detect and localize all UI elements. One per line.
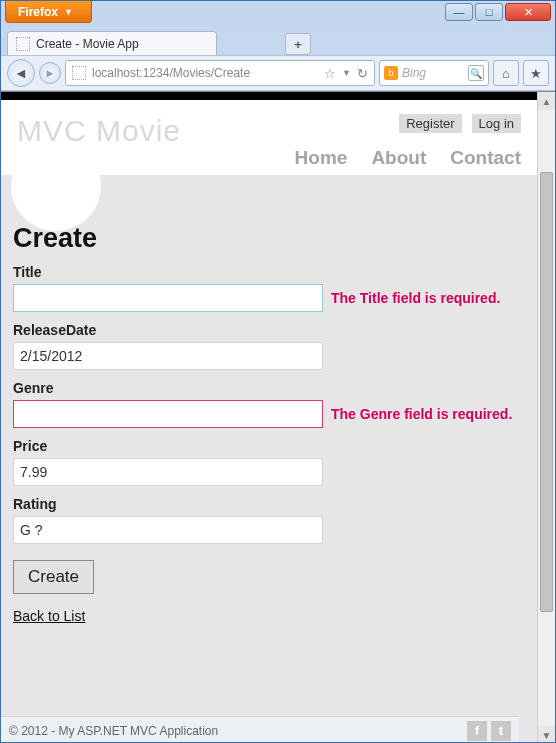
footer-text: © 2012 - My ASP.NET MVC Application	[9, 724, 218, 738]
search-field[interactable]: b Bing 🔍	[379, 60, 489, 86]
new-tab-button[interactable]: +	[285, 33, 311, 55]
firefox-menu-button[interactable]: Firefox ▼	[5, 1, 92, 23]
bookmark-star-icon[interactable]: ☆	[324, 66, 336, 81]
auth-links: Register Log in	[295, 114, 521, 133]
page-title: Create	[13, 223, 525, 254]
twitter-icon[interactable]: t	[491, 721, 511, 741]
page-body: MVC Movie Register Log in Home About Con…	[1, 92, 537, 743]
site-footer: © 2012 - My ASP.NET MVC Application f t	[1, 716, 519, 743]
forward-button[interactable]: ►	[39, 62, 61, 84]
search-go-icon[interactable]: 🔍	[468, 65, 484, 81]
hero-circle	[11, 141, 101, 231]
address-bar: ◄ ► localhost:1234/Movies/Create ☆ ▼ ↻ b…	[1, 55, 555, 91]
tab-title: Create - Movie App	[36, 37, 139, 51]
close-button[interactable]: ✕	[505, 3, 551, 21]
search-placeholder: Bing	[402, 66, 464, 80]
maximize-button[interactable]: □	[475, 3, 503, 21]
minimize-button[interactable]: —	[445, 3, 473, 21]
main-content: Create Title The Title field is required…	[1, 223, 537, 634]
tab-favicon	[16, 37, 30, 51]
error-genre: The Genre field is required.	[331, 406, 512, 422]
content-viewport: MVC Movie Register Log in Home About Con…	[1, 91, 555, 743]
nav-home[interactable]: Home	[295, 147, 348, 169]
bing-icon: b	[384, 66, 398, 80]
create-button[interactable]: Create	[13, 560, 94, 594]
top-stripe	[1, 92, 537, 100]
site-identity-icon	[72, 66, 86, 80]
social-links: f t	[467, 721, 511, 741]
input-price[interactable]	[13, 458, 323, 486]
scroll-down-button[interactable]: ▼	[538, 726, 555, 743]
register-link[interactable]: Register	[399, 114, 461, 133]
browser-tab[interactable]: Create - Movie App	[7, 31, 217, 55]
scroll-up-button[interactable]: ▲	[538, 92, 555, 110]
url-field[interactable]: localhost:1234/Movies/Create ☆ ▼ ↻	[65, 60, 375, 86]
window-controls: — □ ✕	[443, 3, 551, 21]
url-text: localhost:1234/Movies/Create	[92, 66, 318, 80]
label-genre: Genre	[13, 380, 525, 396]
chevron-down-icon: ▼	[64, 7, 73, 17]
reload-icon[interactable]: ↻	[357, 66, 368, 81]
nav-about[interactable]: About	[371, 147, 426, 169]
input-genre[interactable]	[13, 400, 323, 428]
input-releasedate[interactable]	[13, 342, 323, 370]
main-nav: Home About Contact	[295, 147, 521, 169]
tab-bar: Create - Movie App +	[1, 27, 555, 55]
scroll-thumb[interactable]	[540, 172, 553, 612]
input-rating[interactable]	[13, 516, 323, 544]
label-title: Title	[13, 264, 525, 280]
label-releasedate: ReleaseDate	[13, 322, 525, 338]
input-title[interactable]	[13, 284, 323, 312]
window-titlebar: Firefox ▼ — □ ✕	[1, 1, 555, 27]
label-rating: Rating	[13, 496, 525, 512]
nav-contact[interactable]: Contact	[450, 147, 521, 169]
label-price: Price	[13, 438, 525, 454]
facebook-icon[interactable]: f	[467, 721, 487, 741]
back-to-list-link[interactable]: Back to List	[13, 608, 85, 624]
firefox-label: Firefox	[18, 5, 58, 19]
hero-area	[1, 175, 537, 215]
vertical-scrollbar[interactable]: ▲ ▼	[537, 92, 555, 743]
home-button[interactable]: ⌂	[493, 60, 519, 86]
back-button[interactable]: ◄	[7, 59, 35, 87]
bookmarks-button[interactable]: ★	[523, 60, 549, 86]
login-link[interactable]: Log in	[472, 114, 521, 133]
dropdown-icon[interactable]: ▼	[342, 68, 351, 78]
error-title: The Title field is required.	[331, 290, 500, 306]
